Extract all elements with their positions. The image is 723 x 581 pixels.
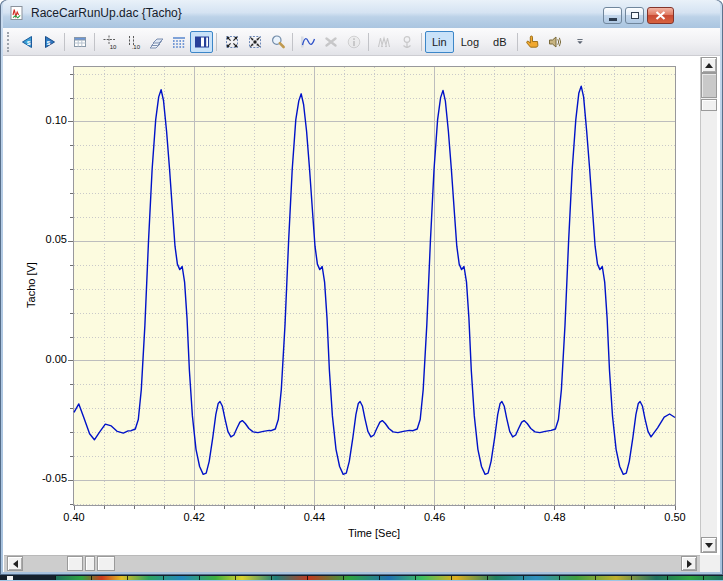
vertical-split-handle[interactable]	[701, 99, 717, 111]
horizontal-scroll-thumb-2[interactable]	[97, 556, 115, 571]
plot-window-content: Tacho [V] Time [Sec] 0.400.420.440.460.4…	[3, 56, 720, 572]
next-triangle-s-icon: s	[42, 34, 58, 50]
scroll-right-icon	[687, 560, 696, 568]
scroll-left-icon	[9, 560, 18, 568]
background-window-strip	[0, 575, 723, 581]
toolbar-separator	[368, 33, 369, 51]
comb-icon	[376, 34, 392, 50]
x-tick-label: 0.50	[664, 511, 685, 523]
y-tick-label: 0.05	[3, 233, 67, 245]
scroll-up-button[interactable]	[701, 57, 717, 73]
speaker-icon	[547, 34, 563, 50]
y-tick-label: -0.05	[3, 472, 67, 484]
close-icon	[655, 11, 666, 20]
waveform-chart[interactable]	[74, 67, 675, 505]
zoom-out-full-button[interactable]	[220, 31, 243, 53]
db-scale-button[interactable]: dB	[486, 31, 513, 53]
x-tick-label: 0.44	[304, 511, 325, 523]
app-window: RaceCarRunUp.dac {Tacho} ss10.10LinLogdB…	[0, 0, 723, 575]
crosshair-10-icon: 10	[102, 34, 118, 50]
wave-icon	[300, 34, 316, 50]
horizontal-scrollbar[interactable]	[4, 555, 700, 572]
delete-signal-button	[319, 31, 342, 53]
toolbar-drag-handle[interactable]	[7, 32, 12, 52]
lin-scale-button[interactable]: Lin	[425, 31, 454, 53]
x-tick-label: 0.46	[424, 511, 445, 523]
hand-pointer-icon	[524, 34, 540, 50]
titlebar[interactable]: RaceCarRunUp.dac {Tacho}	[3, 0, 720, 28]
scroll-down-button[interactable]	[701, 537, 717, 553]
toolbar: ss10.10LinLogdB	[3, 28, 720, 56]
expand-arrows-icon	[224, 34, 240, 50]
table-icon	[72, 34, 88, 50]
scroll-left-button[interactable]	[7, 556, 23, 571]
toolbar-separator	[292, 33, 293, 51]
toolbar-overflow[interactable]	[573, 31, 587, 53]
vertical-scrollbar[interactable]	[700, 57, 717, 553]
close-button[interactable]	[647, 7, 674, 24]
grid-rows-button[interactable]	[167, 31, 190, 53]
scroll-up-icon	[705, 59, 713, 68]
next-section-button[interactable]: s	[38, 31, 61, 53]
x-axis-label: Time [Sec]	[348, 527, 400, 539]
x-cursor-button[interactable]: .10	[121, 31, 144, 53]
window-title: RaceCarRunUp.dac {Tacho}	[31, 6, 182, 20]
x-tick-label: 0.40	[63, 511, 84, 523]
plumb-icon	[399, 34, 415, 50]
cross-icon	[323, 34, 339, 50]
x-tick-label: 0.48	[544, 511, 565, 523]
plot-area[interactable]	[73, 66, 676, 506]
waterfall-button	[372, 31, 395, 53]
single-display-button[interactable]	[190, 31, 213, 53]
stacked-pages-icon	[148, 34, 164, 50]
zoom-tool-button[interactable]	[266, 31, 289, 53]
minimize-icon	[609, 18, 617, 21]
magnifier-icon	[270, 34, 286, 50]
edit-signal-button[interactable]	[296, 31, 319, 53]
svg-text:10: 10	[109, 43, 116, 49]
info-icon	[346, 34, 362, 50]
log-scale-button[interactable]: Log	[454, 31, 486, 53]
toolbar-separator	[64, 33, 65, 51]
svg-text:s: s	[26, 38, 30, 45]
plot-panel: Tacho [V] Time [Sec] 0.400.420.440.460.4…	[3, 56, 700, 554]
probe-button	[395, 31, 418, 53]
svg-text:.10: .10	[131, 43, 140, 49]
horizontal-scroll-thumb[interactable]	[67, 556, 83, 571]
toolbar-separator	[94, 33, 95, 51]
toolbar-separator	[421, 33, 422, 51]
svg-text:s: s	[46, 38, 50, 45]
scrollbar-corner	[700, 555, 720, 572]
toolbar-separator	[517, 33, 518, 51]
vertical-scroll-thumb[interactable]	[701, 73, 717, 98]
toolbar-separator	[216, 33, 217, 51]
cursor-values-button[interactable]: 10	[98, 31, 121, 53]
horizontal-split-handle[interactable]	[85, 556, 95, 571]
scroll-down-icon	[705, 543, 713, 552]
prev-section-button[interactable]: s	[15, 31, 38, 53]
y-tick-label: 0.10	[3, 114, 67, 126]
zoom-in-button[interactable]	[243, 31, 266, 53]
restore-icon	[631, 12, 639, 19]
x-tick-label: 0.42	[183, 511, 204, 523]
audio-replay-button[interactable]	[544, 31, 567, 53]
y-axis-label: Tacho [V]	[25, 262, 37, 308]
dashed-rows-icon	[171, 34, 187, 50]
scroll-right-button[interactable]	[681, 556, 697, 571]
overflow-chevron-icon	[574, 34, 586, 50]
minimize-button[interactable]	[603, 7, 622, 24]
y-tick-label: 0.00	[3, 353, 67, 365]
restore-button[interactable]	[625, 7, 644, 24]
cascade-views-button[interactable]	[144, 31, 167, 53]
vlines-10-icon: .10	[125, 34, 141, 50]
split-panel-icon	[194, 34, 210, 50]
shrink-arrows-icon	[247, 34, 263, 50]
pointer-mode-button[interactable]	[521, 31, 544, 53]
table-view-button[interactable]	[68, 31, 91, 53]
prev-triangle-s-icon: s	[19, 34, 35, 50]
info-button	[342, 31, 365, 53]
signal-document-icon	[9, 5, 25, 21]
